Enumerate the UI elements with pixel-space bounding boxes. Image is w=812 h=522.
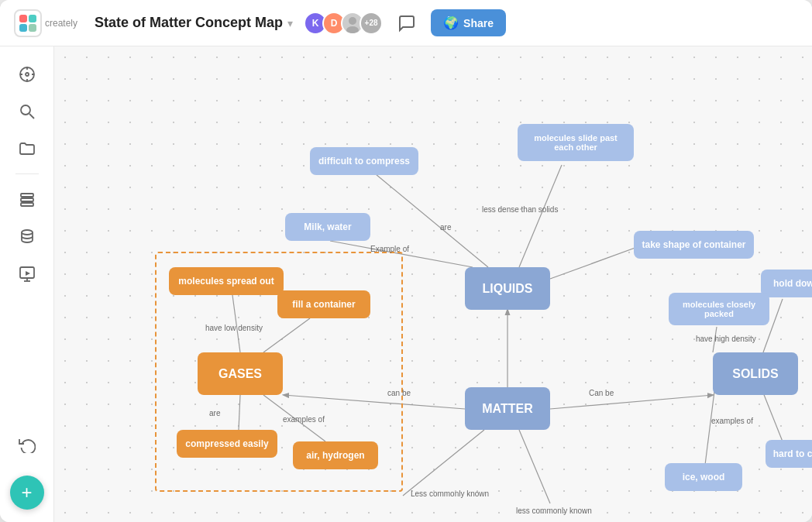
node-molecules-spread[interactable]: molecules spread out — [169, 267, 284, 295]
svg-line-30 — [713, 327, 717, 352]
sidebar-icon-folder[interactable] — [12, 133, 43, 164]
svg-line-35 — [239, 395, 240, 430]
svg-line-23 — [284, 395, 465, 409]
node-molecules-slide[interactable]: molecules slide past each other — [518, 124, 634, 161]
node-liquids[interactable]: LIQUIDS — [465, 267, 550, 310]
globe-icon: 🌍 — [443, 15, 459, 30]
sidebar-icon-search[interactable] — [12, 96, 43, 127]
node-compressed-easily[interactable]: compressed easily — [177, 430, 277, 458]
edge-label-are: are — [440, 223, 451, 232]
sidebar-icon-present[interactable] — [12, 258, 43, 289]
canvas-svg — [54, 46, 812, 522]
sidebar-icon-layers[interactable] — [12, 184, 43, 215]
edge-label-less-dense: less dense than solids — [482, 205, 558, 214]
svg-line-38 — [519, 430, 550, 503]
node-ice-wood[interactable]: ice, wood — [665, 463, 742, 491]
avatar-count: +28 — [360, 12, 383, 35]
node-hold-shape-1[interactable]: hold down shape — [761, 270, 812, 297]
doc-title: State of Matter Concept Map — [95, 15, 283, 31]
node-matter[interactable]: MATTER — [465, 387, 550, 430]
svg-line-33 — [232, 295, 240, 352]
svg-line-25 — [376, 174, 488, 267]
logo-text: creately — [45, 18, 77, 29]
title-caret-icon: ▾ — [287, 17, 293, 29]
share-button[interactable]: 🌍 Share — [431, 9, 506, 36]
node-difficult-compress[interactable]: difficult to compress — [310, 147, 418, 175]
svg-rect-1 — [29, 15, 36, 22]
svg-point-17 — [22, 230, 33, 235]
edge-label-are-2: are — [209, 409, 220, 417]
node-milk-water[interactable]: Milk, water — [285, 213, 370, 241]
svg-rect-0 — [19, 15, 27, 22]
share-label: Share — [463, 17, 494, 29]
edge-label-examples-of-1: examples of — [283, 415, 325, 424]
edge-label-can-be-2: Can be — [589, 389, 614, 397]
svg-line-26 — [519, 165, 562, 267]
svg-point-5 — [346, 26, 359, 33]
main-layout: + — [0, 46, 812, 522]
logo-icon — [14, 9, 42, 37]
svg-line-37 — [403, 430, 484, 496]
svg-rect-2 — [19, 24, 27, 32]
svg-line-27 — [550, 246, 639, 279]
sidebar-icon-compass[interactable] — [12, 59, 43, 90]
node-air-hydrogen[interactable]: air, hydrogen — [293, 441, 378, 469]
node-molecules-closely[interactable]: molecules closely packed — [669, 293, 769, 325]
doc-title-area[interactable]: State of Matter Concept Map ▾ — [95, 15, 293, 31]
logo: creately — [14, 9, 77, 37]
edge-label-low-density: have low density — [205, 324, 263, 332]
node-gases[interactable]: GASES — [198, 352, 283, 395]
svg-line-28 — [330, 241, 473, 267]
fab-add-button[interactable]: + — [10, 476, 44, 510]
top-bar: creately State of Matter Concept Map ▾ K… — [0, 0, 812, 46]
fab-plus-icon: + — [21, 482, 32, 503]
edge-label-examples-of-2: examples of — [711, 417, 753, 425]
sidebar: + — [0, 46, 54, 522]
svg-point-12 — [21, 105, 30, 115]
svg-line-13 — [29, 114, 34, 118]
svg-line-24 — [550, 395, 713, 409]
svg-rect-16 — [21, 203, 33, 206]
node-hard-compress[interactable]: hard to compress — [766, 440, 812, 468]
svg-rect-15 — [21, 198, 33, 201]
sidebar-icon-database[interactable] — [12, 221, 43, 252]
svg-rect-14 — [21, 194, 33, 197]
node-fill-container[interactable]: fill a container — [277, 290, 370, 318]
edge-label-can-be-1: can be — [387, 389, 411, 397]
chat-button[interactable] — [394, 10, 420, 36]
node-solids[interactable]: SOLIDS — [713, 352, 798, 395]
canvas-area[interactable]: are less dense than solids Example of ca… — [54, 46, 812, 522]
svg-rect-3 — [29, 24, 36, 32]
svg-marker-21 — [26, 271, 30, 276]
edge-label-less-commonly-1: Less commonly known — [411, 489, 489, 498]
app-container: creately State of Matter Concept Map ▾ K… — [0, 0, 812, 522]
svg-point-4 — [349, 17, 356, 25]
sidebar-icon-history[interactable] — [12, 429, 43, 460]
sidebar-divider — [15, 173, 39, 174]
node-take-shape[interactable]: take shape of container — [634, 231, 754, 259]
collaborator-avatars: K D +28 — [304, 12, 383, 35]
svg-line-34 — [263, 318, 310, 352]
edge-label-less-commonly-2: less commonly known — [516, 507, 592, 515]
edge-label-high-density: have high density — [696, 335, 756, 343]
edge-label-example-of: Example of — [370, 245, 409, 253]
svg-point-7 — [26, 73, 29, 76]
